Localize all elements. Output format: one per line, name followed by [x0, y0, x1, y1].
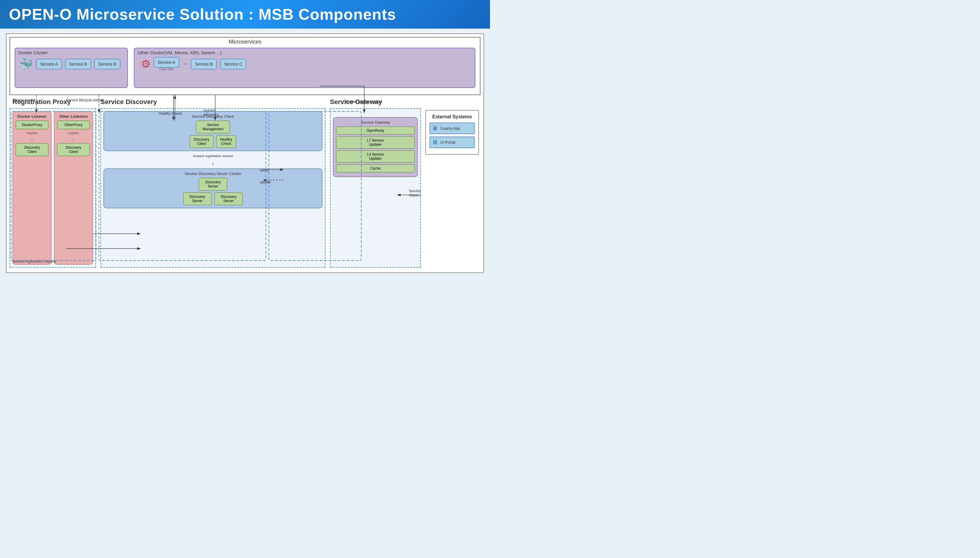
- docker-cluster-inner: 🐳 Service A Service B Service B: [18, 57, 124, 71]
- forward-reg-label: forward registration request: [103, 154, 323, 158]
- gear-bg-icon: ⚙: [138, 60, 144, 68]
- reg-proxy-dashed-box: Docker Listener DockerProxy register ↓ D…: [10, 108, 96, 268]
- docker-down-arrow: ↓: [31, 136, 33, 141]
- docker-service-b2: Service B: [94, 59, 120, 69]
- update-label: update: [260, 180, 271, 184]
- register-discovery-label: register discovery: [203, 108, 218, 117]
- outer-box: Microservices Docker Cluster 🐳 Service A…: [6, 33, 484, 273]
- docker-whale-icon: 🐳: [18, 57, 33, 71]
- docker-listener-title: Docker Listener: [17, 114, 46, 119]
- other-listener-box: Other Listeners OtherProxy register ↓ Di…: [54, 111, 93, 265]
- other-cluster: Other Cluster(VM, Mesos, K8S, Swarm ...)…: [134, 48, 475, 88]
- microservices-box: Microservices Docker Cluster 🐳 Service A…: [10, 37, 480, 95]
- svc-discovery-section: Service Discovery Service Discovery Clie…: [96, 98, 326, 269]
- other-service-b: Service B: [191, 59, 217, 69]
- external-box: External Systems 🖥 3-party App 🖥 UI Port…: [425, 110, 479, 155]
- page-wrapper: OPEN-O Microservice Solution : MSB Compo…: [0, 0, 490, 278]
- sd-healthy-check-box: HealthyCheck: [216, 135, 237, 148]
- sg-l4: L4 ServiceUpdater: [336, 150, 415, 163]
- docker-proxy-box: DockerProxy: [15, 120, 49, 130]
- sd-server-box: Service Discovery Server Cluster Discove…: [103, 168, 323, 208]
- other-register-label: register: [68, 131, 79, 135]
- svc-discovery-dashed-box: Service Discovery Client ServiceManageme…: [100, 108, 326, 268]
- sd-client-row: DiscoveryClient HealthyCheck: [190, 135, 236, 148]
- docker-cluster: Docker Cluster 🐳 Service A Service B Ser…: [15, 48, 128, 88]
- microservices-inner: Docker Cluster 🐳 Service A Service B Ser…: [10, 46, 480, 91]
- external-title: External Systems: [429, 114, 475, 120]
- other-service-a-box: Service A: [154, 57, 179, 68]
- page-title: OPEN-O Microservice Solution : MSB Compo…: [9, 5, 481, 23]
- external-section: External Systems 🖥 3-party App 🖥 UI Port…: [421, 98, 480, 269]
- sg-inner-box: Service Gateway OpenResty L7 ServiceUpda…: [333, 117, 418, 177]
- svc-mgmt-box: ServiceManagement: [196, 120, 230, 133]
- docker-listener-box: Docker Listener DockerProxy register ↓ D…: [13, 111, 52, 265]
- svc-discovery-label: Service Discovery: [100, 98, 326, 106]
- other-cluster-label: Other Cluster(VM, Mesos, K8S, Swarm ...): [138, 50, 472, 55]
- sd-server-title: Service Discovery Server Cluster: [107, 171, 320, 176]
- disc-server-main: DiscoveryServer: [198, 178, 228, 191]
- sections-row: Registration Proxy Docker Listener Docke…: [10, 98, 480, 269]
- svc-gateway-dashed-box: Service Gateway OpenResty L7 ServiceUpda…: [330, 108, 421, 268]
- healthy-check-label: Healthy Check: [159, 112, 182, 116]
- sg-openresty: OpenResty: [336, 126, 415, 135]
- docker-discovery-client: DiscoveryClient: [15, 143, 49, 156]
- sg-l7: L7 ServiceUpdater: [336, 136, 415, 149]
- docker-events-label: Docker events: [13, 98, 36, 102]
- cluster-arrow: →: [182, 61, 188, 67]
- ext-3party-label: 3-party App: [440, 126, 460, 131]
- query-label: query: [260, 168, 269, 172]
- ext-portal-label: UI Portal: [440, 140, 456, 144]
- docker-cluster-label: Docker Cluster: [18, 50, 124, 55]
- ext-3party-app: 🖥 3-party App: [429, 123, 475, 134]
- docker-service-a: Service A: [36, 59, 62, 69]
- other-discovery-client: DiscoveryClient: [57, 143, 90, 156]
- sd-client-box: Service Discovery Client ServiceManageme…: [103, 111, 323, 151]
- other-cluster-inner: ⚙ ⚙ Service A Client SDK → Service B Ser…: [138, 57, 472, 71]
- svc-gateway-section: Service Gateway Service Gateway OpenRest…: [326, 98, 421, 269]
- disc-server-1: DiscoveryServer: [183, 192, 212, 205]
- other-listener-title: Other Listeners: [59, 114, 88, 119]
- app-icon: 🖥: [432, 125, 438, 132]
- ext-ui-portal: 🖥 UI Portal: [429, 136, 475, 148]
- main-content: Microservices Docker Cluster 🐳 Service A…: [0, 29, 490, 278]
- sdk-label: Client SDK: [154, 68, 179, 71]
- sg-cache: Cache: [336, 164, 415, 172]
- other-service-c: Service C: [220, 59, 246, 69]
- portal-icon: 🖥: [432, 139, 438, 146]
- forward-service-request-label: forward service request: [345, 100, 382, 104]
- docker-service-b1: Service B: [65, 59, 91, 69]
- sd-discovery-client-box: DiscoveryClient: [190, 135, 214, 148]
- docker-register-label: register: [26, 131, 38, 135]
- sd-client-inner: ServiceManagement DiscoveryClient Health…: [107, 120, 320, 148]
- sd-server-inner: DiscoveryServer DiscoveryServer Discover…: [107, 178, 320, 205]
- microservices-label: Microservices: [10, 38, 480, 46]
- down-arrow-reg: ↓: [103, 161, 323, 166]
- reg-proxy-section: Registration Proxy Docker Listener Docke…: [10, 98, 96, 269]
- other-service-a: Service A Client SDK: [154, 57, 179, 71]
- disc-server-2: DiscoveryServer: [214, 192, 243, 205]
- disc-server-row: DiscoveryServer DiscoveryServer: [183, 192, 243, 205]
- other-proxy-box: OtherProxy: [57, 120, 90, 130]
- forward-reg-request2-label: forward registration request: [13, 259, 56, 264]
- other-down-arrow: ↓: [72, 136, 74, 141]
- header: OPEN-O Microservice Solution : MSB Compo…: [0, 0, 490, 29]
- service-request-label: Service request: [409, 189, 421, 197]
- sg-inner-title: Service Gateway: [336, 120, 415, 125]
- service-lifecycle-label: Service lifecycle events: [66, 98, 103, 102]
